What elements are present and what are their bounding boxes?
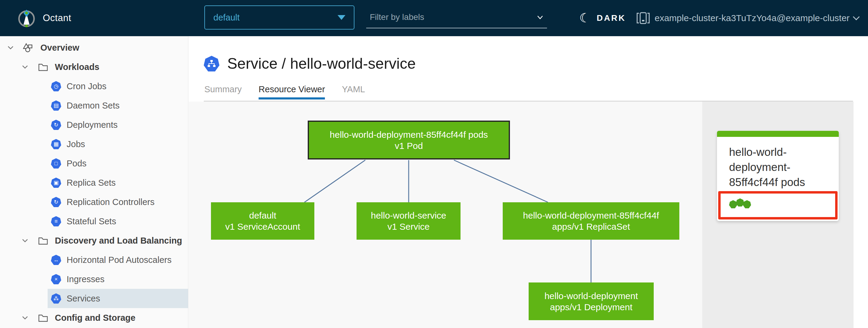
node-name: default	[249, 210, 276, 221]
chevron-down-icon[interactable]	[21, 313, 30, 322]
selection-panel: hello-world-deployment-85ff4cf44f pods	[702, 101, 854, 328]
sidebar-item-jobs[interactable]: ▦ Jobs	[0, 135, 188, 154]
sidebar-item-replica-sets[interactable]: ▣ Replica Sets	[0, 173, 188, 192]
sidebar-item-label: Replication Controllers	[67, 197, 155, 207]
sidebar-item-horizontal-pod-autoscalers[interactable]: ↔ Horizontal Pod Autoscalers	[0, 250, 188, 270]
theme-toggle[interactable]: ☾ DARK	[579, 7, 626, 29]
deployments-icon: ↻	[51, 120, 61, 130]
node-kind: apps/v1 ReplicaSet	[552, 221, 630, 232]
sidebar-item-pods[interactable]: □ Pods	[0, 154, 188, 173]
sidebar-item-label: Services	[67, 294, 100, 304]
service-icon	[204, 56, 219, 71]
node-name: hello-world-deployment-85ff4cf44f	[523, 210, 659, 221]
sidebar-item-stateful-sets[interactable]: ≡ Stateful Sets	[0, 212, 188, 231]
node-name: hello-world-deployment-85ff4cf44f pods	[330, 129, 488, 140]
namespace-dropdown[interactable]: default	[204, 5, 354, 30]
sidebar-item-replication-controllers[interactable]: ↻ Replication Controllers	[0, 192, 188, 212]
stateful-sets-icon: ≡	[51, 216, 61, 227]
selected-object-card[interactable]: hello-world-deployment-85ff4cf44f pods	[717, 131, 839, 221]
sidebar-item-label: Deployments	[67, 120, 118, 130]
sidebar-item-daemon-sets[interactable]: ▤ Daemon Sets	[0, 96, 188, 115]
graph-node-replicaset[interactable]: hello-world-deployment-85ff4cf44f apps/v…	[503, 202, 679, 240]
dropdown-caret-icon	[338, 15, 345, 20]
folder-icon	[38, 236, 48, 245]
node-name: hello-world-service	[371, 210, 446, 221]
sidebar-item-label: Config and Storage	[55, 313, 135, 323]
page-header: Service / hello-world-service	[204, 55, 415, 72]
node-kind: v1 Pod	[395, 140, 423, 151]
app-title: Octant	[43, 13, 71, 24]
filter-by-labels-field	[366, 7, 547, 28]
sidebar-item-label: Workloads	[55, 62, 99, 72]
tab-resource-viewer[interactable]: Resource Viewer	[258, 85, 325, 99]
status-bar-green	[717, 131, 839, 137]
sidebar-item-cron-jobs[interactable]: ◷ Cron Jobs	[0, 77, 188, 96]
cron-jobs-icon: ◷	[51, 81, 61, 91]
pods-icon: □	[51, 158, 61, 169]
objects-icon	[23, 43, 34, 53]
pod-status-dot[interactable]	[743, 200, 751, 208]
tab-summary[interactable]: Summary	[204, 85, 242, 99]
context-selector[interactable]: example-cluster-ka3TuTzYo4a@example-clus…	[637, 7, 859, 29]
sidebar-item-label: Pods	[67, 158, 87, 169]
sidebar-nav: Overview Workloads ◷ Cron Jobs ▤ Daemon …	[0, 36, 188, 328]
pod-status-dot[interactable]	[729, 200, 737, 208]
sidebar-item-label: Jobs	[67, 139, 85, 149]
sidebar-item-discovery-and-load-balancing[interactable]: Discovery and Load Balancing	[0, 231, 188, 250]
sidebar-item-services[interactable]: ⁂ Services	[48, 289, 188, 308]
node-kind: v1 Service	[387, 221, 430, 232]
graph-node-serviceaccount[interactable]: default v1 ServiceAccount	[211, 202, 314, 240]
sidebar-item-label: Replica Sets	[67, 178, 116, 188]
chevron-down-icon[interactable]	[535, 12, 545, 22]
page-title: Service / hello-world-service	[227, 55, 415, 72]
node-kind: v1 ServiceAccount	[225, 221, 300, 232]
selected-object-title: hello-world-deployment-85ff4cf44f pods	[717, 137, 823, 190]
sidebar-item-label: Overview	[40, 43, 79, 53]
octant-logo	[18, 9, 36, 27]
replication-controllers-icon: ↻	[51, 197, 61, 207]
sidebar-item-label: Horizontal Pod Autoscalers	[67, 255, 172, 265]
sidebar-item-ingresses[interactable]: × Ingresses	[0, 270, 188, 289]
horizontal-pod-autoscalers-icon: ↔	[51, 255, 61, 265]
jobs-icon: ▦	[51, 139, 61, 149]
node-name: hello-world-deployment	[544, 290, 638, 301]
sidebar-item-config-and-storage[interactable]: Config and Storage	[0, 308, 188, 327]
sidebar-item-overview[interactable]: Overview	[0, 38, 188, 57]
sidebar-item-workloads[interactable]: Workloads	[0, 57, 188, 77]
daemon-sets-icon: ▤	[51, 100, 61, 111]
replica-sets-icon: ▣	[51, 178, 61, 188]
brand: Octant	[18, 9, 71, 27]
services-icon: ⁂	[51, 293, 61, 304]
sidebar-item-deployments[interactable]: ↻ Deployments	[0, 115, 188, 135]
graph-node-deployment[interactable]: hello-world-deployment apps/v1 Deploymen…	[529, 282, 654, 320]
folder-icon	[38, 62, 48, 71]
sidebar-item-label: Cron Jobs	[67, 81, 106, 91]
node-kind: apps/v1 Deployment	[550, 301, 632, 312]
sidebar-item-label: Daemon Sets	[67, 101, 120, 111]
context-label: example-cluster-ka3TuTzYo4a@example-clus…	[655, 13, 849, 23]
namespace-value: default	[213, 13, 240, 23]
sidebar-item-label: Stateful Sets	[67, 216, 116, 227]
ingresses-icon: ×	[51, 274, 61, 284]
chevron-down-icon[interactable]	[21, 62, 30, 71]
pod-status-section-highlighted[interactable]	[718, 191, 838, 219]
chevron-down-icon[interactable]	[6, 43, 15, 52]
cluster-icon	[637, 11, 650, 25]
resource-viewer-graph: hello-world-deployment-85ff4cf44f pods v…	[189, 101, 702, 328]
graph-node-service[interactable]: hello-world-service v1 Service	[356, 202, 461, 240]
graph-node-pod[interactable]: hello-world-deployment-85ff4cf44f pods v…	[308, 121, 510, 159]
sidebar-item-label: Ingresses	[67, 274, 104, 284]
sidebar-item-label: Discovery and Load Balancing	[55, 236, 182, 246]
moon-icon: ☾	[579, 12, 591, 24]
tab-yaml[interactable]: YAML	[342, 85, 365, 99]
folder-icon	[38, 313, 48, 322]
app-header: Octant default ☾ DARK example-cluster-ka…	[0, 0, 868, 36]
theme-toggle-label: DARK	[597, 13, 626, 23]
pod-status-dot[interactable]	[736, 198, 744, 207]
tab-bar: Summary Resource Viewer YAML	[204, 85, 365, 99]
chevron-down-icon[interactable]	[21, 236, 30, 245]
filter-by-labels-input[interactable]	[366, 12, 523, 22]
chevron-down-icon	[853, 13, 860, 21]
